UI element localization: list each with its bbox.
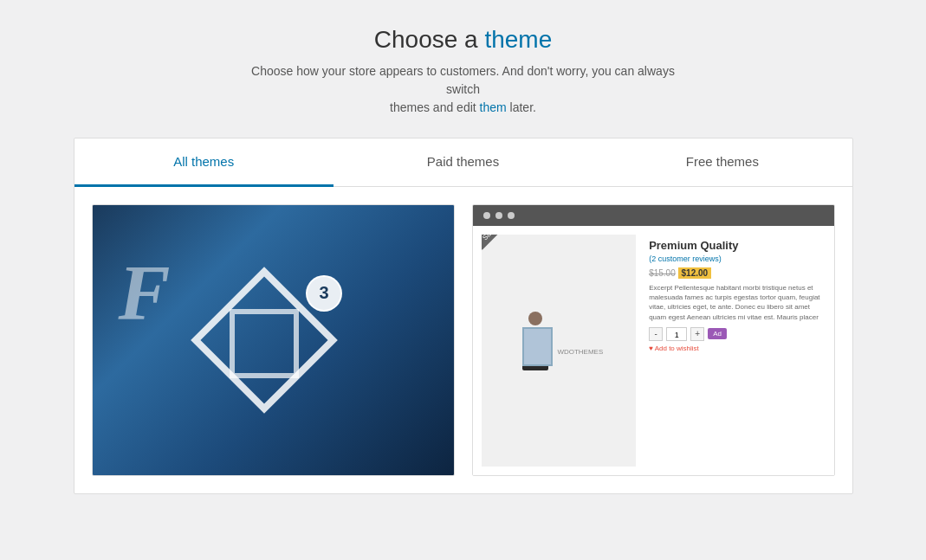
flatsome-logo: 3 (204, 271, 342, 409)
qty-value: 1 (666, 327, 687, 341)
them-link[interactable]: them (480, 100, 507, 114)
flatsome-info: Flatsome Currently active theme Continue… (93, 475, 454, 476)
version-badge: 3 (306, 275, 342, 312)
page-subtitle: Choose how your store appears to custome… (238, 62, 689, 117)
theme-tabs: All themes Paid themes Free themes (74, 138, 852, 187)
old-price: $15.00 (649, 268, 676, 278)
product-description: Excerpt Pellentesque habitant morbi tris… (649, 283, 820, 322)
quantity-row: - 1 + Ad (649, 327, 820, 341)
person-body (522, 327, 548, 370)
person-head (528, 312, 542, 325)
flatsome-letter: F (119, 248, 171, 338)
storefront-content: Sale! WDOTHEMES Premium Quality (2 custo… (473, 226, 834, 475)
theme-grid: 3 F Flatsome Currently active theme Cont… (74, 187, 852, 493)
add-to-cart-button[interactable]: Ad (708, 328, 727, 339)
storefront-info: Storefront Free Choose Live demo (473, 475, 834, 476)
product-reviews: (2 customer reviews) (649, 254, 820, 263)
wishlist-link[interactable]: ♥ Add to wishlist (649, 344, 820, 352)
tab-free-themes[interactable]: Free themes (593, 138, 852, 187)
sale-badge: Sale! (482, 235, 506, 250)
theme-card-flatsome: 3 F Flatsome Currently active theme Cont… (92, 204, 455, 476)
price-area: $15.00 $12.00 (649, 268, 820, 278)
theme-card-storefront: Sale! WDOTHEMES Premium Quality (2 custo… (472, 204, 835, 476)
product-person-image (514, 312, 557, 389)
theme-selector-container: All themes Paid themes Free themes 3 F F… (74, 138, 853, 494)
browser-dot-2 (495, 212, 502, 219)
page-header: Choose a theme Choose how your store app… (238, 26, 689, 117)
tab-all-themes[interactable]: All themes (74, 138, 333, 187)
product-holding (522, 327, 553, 366)
qty-decrease[interactable]: - (649, 327, 663, 341)
page-title: Choose a theme (238, 26, 689, 54)
browser-dot-1 (483, 212, 490, 219)
product-title: Premium Quality (649, 239, 820, 252)
tab-paid-themes[interactable]: Paid themes (333, 138, 593, 187)
flatsome-preview: 3 F (93, 205, 454, 475)
product-details: Premium Quality (2 customer reviews) $15… (644, 235, 825, 467)
woo-logo-label: WDOTHEMES (557, 348, 603, 356)
qty-increase[interactable]: + (690, 327, 704, 341)
browser-bar (473, 205, 834, 226)
product-image-area: Sale! WDOTHEMES (482, 235, 637, 467)
diamond-inner (230, 309, 299, 378)
new-price: $12.00 (678, 267, 712, 279)
browser-dot-3 (508, 212, 515, 219)
storefront-preview: Sale! WDOTHEMES Premium Quality (2 custo… (473, 205, 834, 475)
